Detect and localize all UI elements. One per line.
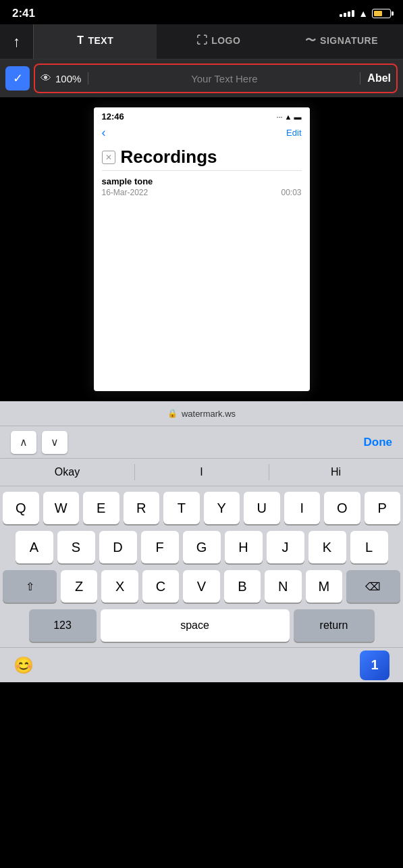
suggestion-okay[interactable]: Okay xyxy=(0,459,134,486)
key-c-label: C xyxy=(156,579,165,594)
key-m[interactable]: M xyxy=(306,570,342,603)
key-j-label: J xyxy=(282,540,289,555)
suggestion-i-text: I xyxy=(200,466,203,478)
text-tab-icon: T xyxy=(77,34,84,47)
suggestion-hi-text: Hi xyxy=(331,466,341,478)
key-c[interactable]: C xyxy=(142,570,179,603)
bottom-bar: 😊 1 xyxy=(0,647,403,682)
key-123-label: 123 xyxy=(53,619,72,632)
key-i[interactable]: I xyxy=(284,492,321,524)
phone-mockup: 12:46 ··· ▲ ▬ ‹ Edit ✕ Recordings sample… xyxy=(94,107,310,391)
emoji-button[interactable]: 😊 xyxy=(14,656,34,675)
key-s-label: S xyxy=(72,540,80,555)
mockup-item-date: 16-Mar-2022 xyxy=(102,188,149,197)
key-y[interactable]: Y xyxy=(204,492,240,524)
key-o[interactable]: O xyxy=(324,492,360,524)
key-r[interactable]: R xyxy=(124,492,160,524)
key-w[interactable]: W xyxy=(43,492,80,524)
back-button[interactable]: ↑ xyxy=(0,24,34,59)
keyboard-suggestions: Okay I Hi xyxy=(0,458,403,486)
arrow-up-button[interactable]: ∧ xyxy=(11,431,36,454)
key-space[interactable]: space xyxy=(101,609,290,642)
key-p-label: P xyxy=(378,501,387,516)
check-icon: ✓ xyxy=(13,71,23,86)
text-placeholder: Your Text Here xyxy=(191,73,257,84)
key-x-label: X xyxy=(115,579,124,594)
key-d-label: D xyxy=(113,540,122,555)
font-selector[interactable]: Abel xyxy=(360,72,391,84)
url-bar: 🔒 watermark.ws xyxy=(0,401,403,426)
shift-icon: ⇧ xyxy=(26,580,34,593)
text-tab-label: TEXT xyxy=(88,35,113,46)
mockup-item-name: sample tone xyxy=(102,176,302,186)
opacity-value: 100% xyxy=(55,73,81,84)
mockup-status-icons: ··· ▲ ▬ xyxy=(276,113,301,121)
key-d[interactable]: D xyxy=(99,531,137,563)
key-a[interactable]: A xyxy=(16,531,53,563)
mockup-title-row: ✕ Recordings xyxy=(94,143,310,170)
mockup-list-item: sample tone 16-Mar-2022 00:03 xyxy=(94,171,310,203)
key-b[interactable]: B xyxy=(224,570,261,603)
mockup-wifi: ▲ xyxy=(285,113,292,121)
keyboard-toolbar: ∧ ∨ Done xyxy=(0,426,403,458)
mockup-title-text: Recordings xyxy=(121,147,217,168)
key-q[interactable]: Q xyxy=(3,492,39,524)
toolbar-tabs: T TEXT ⛶ LOGO 〜 SIGNATURE xyxy=(34,24,403,59)
key-t-label: T xyxy=(178,501,186,516)
status-bar: 2:41 ▲ xyxy=(0,0,403,24)
tab-text[interactable]: T TEXT xyxy=(34,24,157,59)
key-row-2: A S D F G H J K L xyxy=(3,531,400,563)
key-a-label: A xyxy=(30,540,38,555)
key-h-label: H xyxy=(238,540,248,555)
key-n[interactable]: N xyxy=(265,570,301,603)
key-s[interactable]: S xyxy=(57,531,95,563)
signal-icon xyxy=(340,10,354,17)
key-p[interactable]: P xyxy=(365,492,401,524)
key-e[interactable]: E xyxy=(83,492,119,524)
mockup-nav: ‹ Edit xyxy=(94,123,310,143)
down-arrow-icon: ∨ xyxy=(51,436,59,449)
opacity-section[interactable]: 👁 100% xyxy=(41,72,88,84)
key-delete[interactable]: ⌫ xyxy=(346,570,400,603)
key-row-3: ⇧ Z X C V B N M ⌫ xyxy=(3,570,400,603)
key-g[interactable]: G xyxy=(183,531,221,563)
key-g-label: G xyxy=(196,540,207,555)
key-w-label: W xyxy=(55,501,68,516)
tab-signature[interactable]: 〜 SIGNATURE xyxy=(280,24,403,59)
font-name-label: Abel xyxy=(367,72,391,84)
arrow-down-button[interactable]: ∨ xyxy=(42,431,68,454)
key-y-label: Y xyxy=(217,501,226,516)
key-shift[interactable]: ⇧ xyxy=(3,570,57,603)
done-button[interactable]: Done xyxy=(364,436,393,449)
key-t[interactable]: T xyxy=(163,492,200,524)
key-return[interactable]: return xyxy=(294,609,375,642)
mockup-close-icon: ✕ xyxy=(102,151,115,164)
mockup-status: 12:46 ··· ▲ ▬ xyxy=(94,107,310,123)
key-row-bottom: 123 space return xyxy=(3,609,400,642)
up-arrow-icon: ∧ xyxy=(20,436,28,449)
key-x[interactable]: X xyxy=(101,570,138,603)
key-j[interactable]: J xyxy=(267,531,304,563)
key-z[interactable]: Z xyxy=(61,570,97,603)
key-u[interactable]: U xyxy=(244,492,280,524)
text-input[interactable]: Your Text Here xyxy=(92,73,356,84)
tab-logo[interactable]: ⛶ LOGO xyxy=(157,24,279,59)
options-bar: ✓ 👁 100% Your Text Here Abel xyxy=(0,59,403,97)
key-l[interactable]: L xyxy=(350,531,388,563)
logo-tab-icon: ⛶ xyxy=(196,34,208,47)
key-k[interactable]: K xyxy=(308,531,346,563)
key-v[interactable]: V xyxy=(183,570,219,603)
key-f[interactable]: F xyxy=(141,531,179,563)
key-k-label: K xyxy=(323,540,331,555)
lock-icon: 🔒 xyxy=(167,409,178,418)
signature-tab-icon: 〜 xyxy=(305,34,317,48)
keyboard: Q W E R T Y U I O P A S D F G H J K L ⇧ … xyxy=(0,486,403,647)
key-h[interactable]: H xyxy=(225,531,263,563)
suggestion-i[interactable]: I xyxy=(134,459,269,486)
key-123[interactable]: 123 xyxy=(29,609,97,642)
confirm-button[interactable]: ✓ xyxy=(5,66,30,91)
top-toolbar: ↑ T TEXT ⛶ LOGO 〜 SIGNATURE xyxy=(0,24,403,59)
key-space-label: space xyxy=(180,619,209,632)
suggestion-hi[interactable]: Hi xyxy=(269,459,403,486)
eye-icon: 👁 xyxy=(41,72,51,84)
